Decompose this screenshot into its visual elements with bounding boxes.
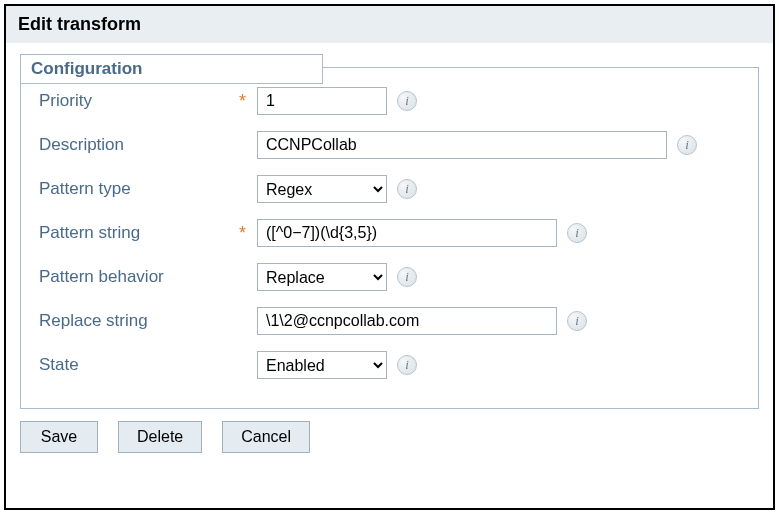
row-state: State Enabled i bbox=[39, 350, 740, 380]
label-replace-string: Replace string bbox=[39, 311, 239, 331]
input-description[interactable] bbox=[257, 131, 667, 159]
label-state: State bbox=[39, 355, 239, 375]
delete-button[interactable]: Delete bbox=[118, 421, 202, 453]
label-pattern-behavior: Pattern behavior bbox=[39, 267, 239, 287]
content-area: Configuration Priority * i Description i… bbox=[6, 43, 773, 465]
row-pattern-string: Pattern string * i bbox=[39, 218, 740, 248]
info-icon[interactable]: i bbox=[567, 223, 587, 243]
info-icon[interactable]: i bbox=[677, 135, 697, 155]
required-marker: * bbox=[239, 224, 257, 242]
required-marker: * bbox=[239, 92, 257, 110]
window-title: Edit transform bbox=[6, 6, 773, 43]
info-icon[interactable]: i bbox=[397, 179, 417, 199]
row-replace-string: Replace string i bbox=[39, 306, 740, 336]
label-pattern-string: Pattern string bbox=[39, 223, 239, 243]
button-row: Save Delete Cancel bbox=[20, 421, 759, 453]
select-pattern-behavior[interactable]: Replace bbox=[257, 263, 387, 291]
input-priority[interactable] bbox=[257, 87, 387, 115]
save-button[interactable]: Save bbox=[20, 421, 98, 453]
row-priority: Priority * i bbox=[39, 86, 740, 116]
cancel-button[interactable]: Cancel bbox=[222, 421, 310, 453]
row-pattern-type: Pattern type Regex i bbox=[39, 174, 740, 204]
info-icon[interactable]: i bbox=[397, 355, 417, 375]
label-priority: Priority bbox=[39, 91, 239, 111]
info-icon[interactable]: i bbox=[397, 267, 417, 287]
label-pattern-type: Pattern type bbox=[39, 179, 239, 199]
label-description: Description bbox=[39, 135, 239, 155]
info-icon[interactable]: i bbox=[397, 91, 417, 111]
select-state[interactable]: Enabled bbox=[257, 351, 387, 379]
configuration-fieldset: Configuration Priority * i Description i… bbox=[20, 67, 759, 409]
info-icon[interactable]: i bbox=[567, 311, 587, 331]
row-description: Description i bbox=[39, 130, 740, 160]
input-pattern-string[interactable] bbox=[257, 219, 557, 247]
edit-transform-window: Edit transform Configuration Priority * … bbox=[4, 4, 775, 510]
row-pattern-behavior: Pattern behavior Replace i bbox=[39, 262, 740, 292]
section-legend: Configuration bbox=[20, 54, 323, 84]
select-pattern-type[interactable]: Regex bbox=[257, 175, 387, 203]
input-replace-string[interactable] bbox=[257, 307, 557, 335]
